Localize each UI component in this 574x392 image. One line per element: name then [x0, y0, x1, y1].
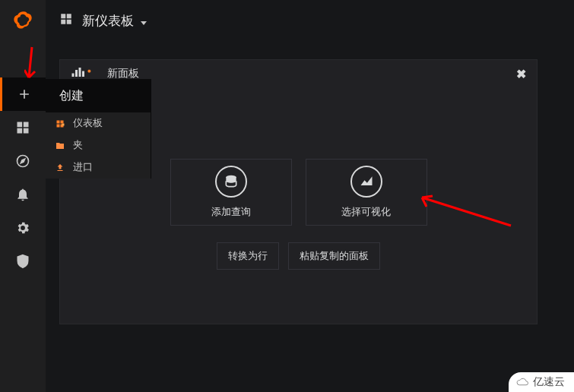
select-viz-label: 选择可视化: [341, 205, 391, 219]
paste-panel-button[interactable]: 粘贴复制的面板: [288, 242, 380, 270]
compass-icon: [15, 153, 30, 169]
sidebar-item-alerts[interactable]: [0, 178, 46, 211]
gear-icon: [15, 220, 30, 236]
svg-rect-0: [72, 74, 75, 77]
flyout-item-folder[interactable]: 夹: [46, 134, 151, 156]
dashboard-small-icon: [55, 119, 65, 129]
close-icon[interactable]: ✖: [516, 67, 526, 81]
flyout-item-dashboard[interactable]: 仪表板: [46, 112, 151, 134]
svg-rect-1: [75, 70, 78, 77]
annotation-arrow-1: [24, 46, 40, 82]
select-viz-card[interactable]: 选择可视化: [306, 159, 427, 226]
shield-icon: [15, 254, 30, 269]
chart-icon: [350, 166, 382, 198]
grid-icon: [15, 120, 30, 135]
flyout-item-label: 夹: [73, 139, 83, 152]
watermark: 亿速云: [509, 372, 574, 392]
dashboard-icon: [59, 12, 73, 29]
sidebar-item-dashboards[interactable]: [0, 111, 46, 144]
grafana-icon: [12, 10, 33, 31]
dashboard-title-text: 新仪表板: [82, 14, 134, 28]
add-query-label: 添加查询: [211, 205, 251, 219]
cloud-icon: [515, 377, 530, 387]
sidebar-item-explore[interactable]: [0, 144, 46, 178]
sidebar-item-settings[interactable]: [0, 211, 46, 245]
convert-row-button[interactable]: 转换为行: [217, 242, 279, 270]
watermark-text: 亿速云: [533, 375, 565, 389]
bell-icon: [15, 187, 30, 202]
database-icon: [215, 166, 247, 198]
dashboard-title[interactable]: 新仪表板: [82, 12, 147, 30]
chevron-down-icon: [141, 21, 147, 25]
add-query-card[interactable]: 添加查询: [170, 159, 292, 226]
flyout-item-label: 进口: [73, 161, 93, 174]
sidebar-item-shield[interactable]: [0, 245, 46, 278]
flyout-item-import[interactable]: 进口: [46, 156, 151, 179]
flyout-item-label: 仪表板: [73, 117, 103, 130]
plus-icon: [17, 87, 32, 102]
topbar: 新仪表板: [46, 0, 574, 41]
svg-rect-2: [79, 68, 81, 77]
import-small-icon: [55, 163, 65, 173]
flyout-header: 创建: [46, 79, 151, 112]
grafana-logo[interactable]: [0, 0, 46, 41]
folder-small-icon: [55, 141, 65, 151]
sidebar-item-create[interactable]: [0, 77, 46, 111]
svg-rect-3: [82, 71, 84, 77]
create-flyout: 创建 仪表板 夹 进口: [46, 79, 151, 179]
